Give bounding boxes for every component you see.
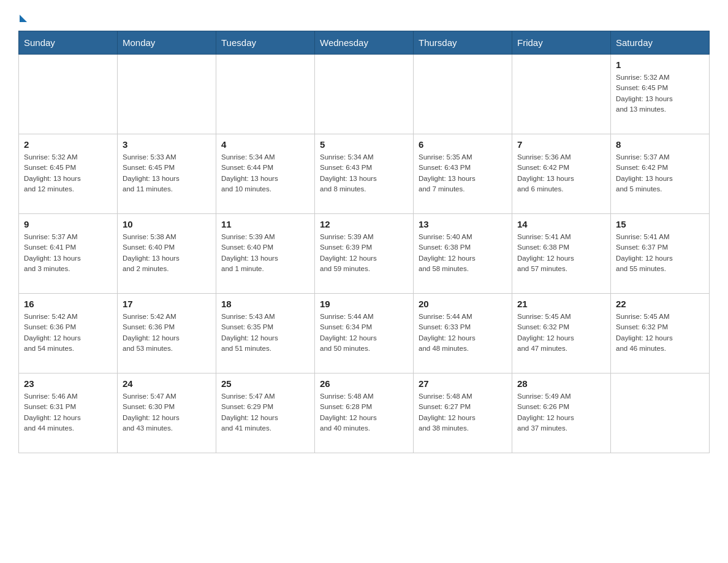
day-number: 13 <box>419 219 507 229</box>
calendar-cell: 16Sunrise: 5:42 AM Sunset: 6:36 PM Dayli… <box>19 294 118 373</box>
calendar-cell: 21Sunrise: 5:45 AM Sunset: 6:32 PM Dayli… <box>512 294 611 373</box>
day-info: Sunrise: 5:34 AM Sunset: 6:43 PM Dayligh… <box>320 152 408 194</box>
day-number: 14 <box>517 219 605 229</box>
day-info: Sunrise: 5:43 AM Sunset: 6:35 PM Dayligh… <box>221 312 309 354</box>
calendar-cell: 11Sunrise: 5:39 AM Sunset: 6:40 PM Dayli… <box>216 214 315 294</box>
day-number: 1 <box>616 59 704 70</box>
calendar-cell: 7Sunrise: 5:36 AM Sunset: 6:42 PM Daylig… <box>512 134 611 214</box>
day-number: 18 <box>221 299 309 309</box>
day-number: 16 <box>24 299 112 309</box>
logo <box>18 12 27 21</box>
weekday-header-tuesday: Tuesday <box>216 31 315 55</box>
calendar-cell: 25Sunrise: 5:47 AM Sunset: 6:29 PM Dayli… <box>216 373 315 453</box>
day-number: 17 <box>123 299 211 309</box>
calendar-cell: 2Sunrise: 5:32 AM Sunset: 6:45 PM Daylig… <box>19 134 118 214</box>
day-number: 26 <box>320 378 408 389</box>
day-number: 27 <box>419 378 507 389</box>
day-info: Sunrise: 5:42 AM Sunset: 6:36 PM Dayligh… <box>24 312 112 354</box>
calendar-cell: 19Sunrise: 5:44 AM Sunset: 6:34 PM Dayli… <box>315 294 414 373</box>
day-info: Sunrise: 5:49 AM Sunset: 6:26 PM Dayligh… <box>517 391 605 434</box>
calendar-cell: 13Sunrise: 5:40 AM Sunset: 6:38 PM Dayli… <box>414 214 512 294</box>
day-info: Sunrise: 5:33 AM Sunset: 6:45 PM Dayligh… <box>123 152 211 194</box>
day-number: 2 <box>24 139 112 150</box>
day-info: Sunrise: 5:41 AM Sunset: 6:38 PM Dayligh… <box>517 232 605 274</box>
calendar-cell: 18Sunrise: 5:43 AM Sunset: 6:35 PM Dayli… <box>216 294 315 373</box>
calendar-cell: 5Sunrise: 5:34 AM Sunset: 6:43 PM Daylig… <box>315 134 414 214</box>
day-number: 25 <box>221 378 309 389</box>
day-info: Sunrise: 5:46 AM Sunset: 6:31 PM Dayligh… <box>24 391 112 434</box>
calendar-table: SundayMondayTuesdayWednesdayThursdayFrid… <box>18 31 710 453</box>
calendar-cell: 8Sunrise: 5:37 AM Sunset: 6:42 PM Daylig… <box>611 134 710 214</box>
calendar-week-row: 2Sunrise: 5:32 AM Sunset: 6:45 PM Daylig… <box>19 134 710 214</box>
day-number: 21 <box>517 299 605 309</box>
day-info: Sunrise: 5:48 AM Sunset: 6:27 PM Dayligh… <box>419 391 507 434</box>
calendar-cell <box>315 55 414 134</box>
day-info: Sunrise: 5:35 AM Sunset: 6:43 PM Dayligh… <box>419 152 507 194</box>
day-info: Sunrise: 5:41 AM Sunset: 6:37 PM Dayligh… <box>616 232 704 274</box>
day-number: 3 <box>123 139 211 150</box>
weekday-header-wednesday: Wednesday <box>315 31 414 55</box>
day-info: Sunrise: 5:39 AM Sunset: 6:40 PM Dayligh… <box>221 232 309 274</box>
day-number: 4 <box>221 139 309 150</box>
day-info: Sunrise: 5:32 AM Sunset: 6:45 PM Dayligh… <box>24 152 112 194</box>
day-info: Sunrise: 5:45 AM Sunset: 6:32 PM Dayligh… <box>616 312 704 354</box>
day-number: 9 <box>24 219 112 229</box>
day-number: 8 <box>616 139 704 150</box>
day-info: Sunrise: 5:45 AM Sunset: 6:32 PM Dayligh… <box>517 312 605 354</box>
calendar-cell <box>118 55 216 134</box>
calendar-cell: 22Sunrise: 5:45 AM Sunset: 6:32 PM Dayli… <box>611 294 710 373</box>
calendar-cell: 28Sunrise: 5:49 AM Sunset: 6:26 PM Dayli… <box>512 373 611 453</box>
day-number: 12 <box>320 219 408 229</box>
day-number: 24 <box>123 378 211 389</box>
day-number: 10 <box>123 219 211 229</box>
day-info: Sunrise: 5:38 AM Sunset: 6:40 PM Dayligh… <box>123 232 211 274</box>
calendar-week-row: 1Sunrise: 5:32 AM Sunset: 6:45 PM Daylig… <box>19 55 710 134</box>
day-info: Sunrise: 5:37 AM Sunset: 6:41 PM Dayligh… <box>24 232 112 274</box>
day-info: Sunrise: 5:47 AM Sunset: 6:29 PM Dayligh… <box>221 391 309 434</box>
calendar-cell: 6Sunrise: 5:35 AM Sunset: 6:43 PM Daylig… <box>414 134 512 214</box>
calendar-cell: 17Sunrise: 5:42 AM Sunset: 6:36 PM Dayli… <box>118 294 216 373</box>
page-header <box>18 12 710 21</box>
calendar-cell <box>216 55 315 134</box>
calendar-week-row: 9Sunrise: 5:37 AM Sunset: 6:41 PM Daylig… <box>19 214 710 294</box>
calendar-cell: 4Sunrise: 5:34 AM Sunset: 6:44 PM Daylig… <box>216 134 315 214</box>
calendar-cell <box>414 55 512 134</box>
calendar-cell: 23Sunrise: 5:46 AM Sunset: 6:31 PM Dayli… <box>19 373 118 453</box>
calendar-week-row: 16Sunrise: 5:42 AM Sunset: 6:36 PM Dayli… <box>19 294 710 373</box>
day-info: Sunrise: 5:48 AM Sunset: 6:28 PM Dayligh… <box>320 391 408 434</box>
day-number: 15 <box>616 219 704 229</box>
calendar-cell: 20Sunrise: 5:44 AM Sunset: 6:33 PM Dayli… <box>414 294 512 373</box>
calendar-cell: 3Sunrise: 5:33 AM Sunset: 6:45 PM Daylig… <box>118 134 216 214</box>
weekday-header-friday: Friday <box>512 31 611 55</box>
calendar-cell: 24Sunrise: 5:47 AM Sunset: 6:30 PM Dayli… <box>118 373 216 453</box>
day-number: 20 <box>419 299 507 309</box>
day-number: 23 <box>24 378 112 389</box>
day-info: Sunrise: 5:47 AM Sunset: 6:30 PM Dayligh… <box>123 391 211 434</box>
day-info: Sunrise: 5:37 AM Sunset: 6:42 PM Dayligh… <box>616 152 704 194</box>
day-number: 22 <box>616 299 704 309</box>
day-info: Sunrise: 5:32 AM Sunset: 6:45 PM Dayligh… <box>616 72 704 115</box>
calendar-cell <box>19 55 118 134</box>
day-info: Sunrise: 5:36 AM Sunset: 6:42 PM Dayligh… <box>517 152 605 194</box>
weekday-header-monday: Monday <box>118 31 216 55</box>
calendar-cell: 14Sunrise: 5:41 AM Sunset: 6:38 PM Dayli… <box>512 214 611 294</box>
weekday-header-thursday: Thursday <box>414 31 512 55</box>
calendar-cell: 12Sunrise: 5:39 AM Sunset: 6:39 PM Dayli… <box>315 214 414 294</box>
calendar-cell: 1Sunrise: 5:32 AM Sunset: 6:45 PM Daylig… <box>611 55 710 134</box>
calendar-cell: 15Sunrise: 5:41 AM Sunset: 6:37 PM Dayli… <box>611 214 710 294</box>
logo-arrow-icon <box>20 15 27 22</box>
day-info: Sunrise: 5:44 AM Sunset: 6:33 PM Dayligh… <box>419 312 507 354</box>
day-info: Sunrise: 5:40 AM Sunset: 6:38 PM Dayligh… <box>419 232 507 274</box>
day-number: 28 <box>517 378 605 389</box>
day-number: 6 <box>419 139 507 150</box>
calendar-cell: 9Sunrise: 5:37 AM Sunset: 6:41 PM Daylig… <box>19 214 118 294</box>
day-info: Sunrise: 5:42 AM Sunset: 6:36 PM Dayligh… <box>123 312 211 354</box>
day-info: Sunrise: 5:39 AM Sunset: 6:39 PM Dayligh… <box>320 232 408 274</box>
day-number: 19 <box>320 299 408 309</box>
calendar-cell: 27Sunrise: 5:48 AM Sunset: 6:27 PM Dayli… <box>414 373 512 453</box>
day-number: 7 <box>517 139 605 150</box>
calendar-cell <box>512 55 611 134</box>
day-number: 5 <box>320 139 408 150</box>
day-info: Sunrise: 5:34 AM Sunset: 6:44 PM Dayligh… <box>221 152 309 194</box>
day-number: 11 <box>221 219 309 229</box>
